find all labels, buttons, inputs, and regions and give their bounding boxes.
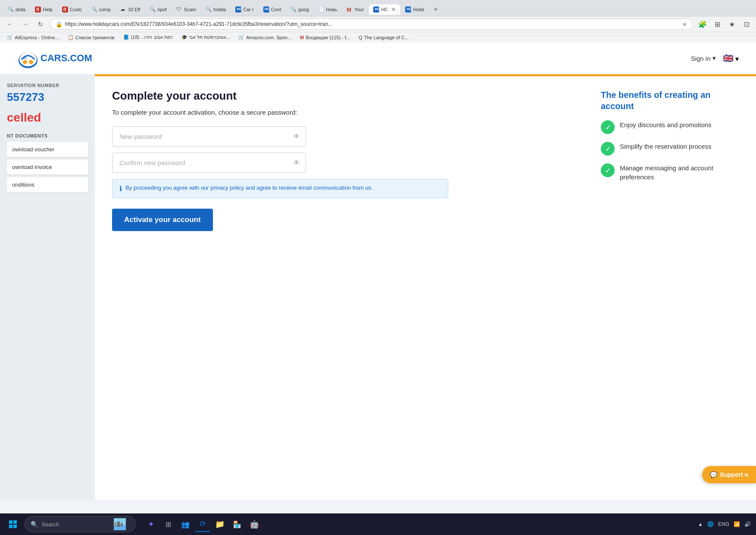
address-text: https://www.holidaycars.com/EN/1827738/9… — [65, 21, 679, 27]
tab-goog[interactable]: 🔍 goog — [286, 4, 313, 15]
browser-chrome: 🔍 dolla d Help d Custc 🔍 comp ☁ 10 Eff 🔍… — [0, 0, 756, 42]
benefit-text: Enjoy discounts and promotions — [620, 120, 712, 129]
activate-account-button[interactable]: Activate your account — [112, 209, 213, 231]
tab-favicon: HC — [235, 6, 241, 13]
benefit-check-icon: ✓ — [601, 120, 615, 134]
tab-favicon: HC — [263, 6, 269, 13]
main-content-area: Complete your account To complete your a… — [95, 74, 756, 500]
tab-label: HC — [381, 7, 388, 12]
show-password-icon[interactable]: 👁 — [293, 133, 300, 141]
favorites-icon[interactable]: ★ — [726, 18, 738, 30]
logo-icon: AY — [17, 47, 39, 69]
tab-favicon: 🔍 — [291, 6, 297, 13]
forward-button[interactable]: → — [19, 18, 31, 30]
tab-favicon: M — [347, 6, 353, 13]
tab-favicon: 🔍 — [8, 6, 14, 13]
bookmark-label: Amazon.com. Spen... — [246, 35, 291, 40]
tab-favicon: 🔍 — [91, 6, 97, 13]
bookmark-quora[interactable]: Q The Language of C... — [356, 34, 411, 41]
confirm-password-field-wrap: 👁 — [112, 153, 306, 173]
tab-label: Your — [354, 7, 364, 12]
tab-label: Scam — [184, 7, 196, 12]
bookmark-trainings[interactable]: 📋 Список тренингов — [65, 34, 117, 41]
tab-holid2[interactable]: HC Holid — [401, 4, 428, 15]
tab-favicon: 🔍 — [206, 6, 212, 13]
back-button[interactable]: ← — [3, 18, 16, 30]
page-title: Complete your account — [112, 89, 584, 103]
new-password-input[interactable] — [112, 126, 306, 147]
sign-in-button[interactable]: Sign in ▾ — [691, 54, 716, 62]
tab-bar: 🔍 dolla d Help d Custc 🔍 comp ☁ 10 Eff 🔍… — [0, 0, 756, 16]
tab-carr[interactable]: HC Car r — [231, 4, 258, 15]
bookmark-label: AliExpress - Online... — [15, 35, 59, 40]
info-icon: ℹ — [119, 185, 122, 193]
tab-holida[interactable]: 🔍 holida — [201, 4, 230, 15]
download-invoice-button[interactable]: ownload invoice — [7, 160, 88, 175]
support-button[interactable]: 💬 Support n — [702, 466, 756, 483]
tab-close-icon[interactable]: ✕ — [391, 6, 396, 13]
bookmark-uni-ta[interactable]: 🎓 אוניברסיטת תל אבי... — [179, 34, 232, 41]
bookmark-label: רמת אביב הירו... (18) — [131, 34, 173, 40]
tab-scam[interactable]: 🛡 Scam — [172, 4, 200, 15]
tab-label: ripof — [157, 7, 166, 12]
tab-label: holida — [213, 7, 226, 12]
benefits-title: The benefits of creating an account — [601, 89, 739, 112]
bookmark-label: The Language of C... — [364, 35, 409, 40]
tab-label: dolla — [16, 7, 25, 12]
tab-cont[interactable]: HC Cont — [259, 4, 285, 15]
reservation-number: 557273 — [7, 91, 88, 104]
bookmark-icon: Q — [359, 35, 362, 40]
address-input[interactable]: 🔒 https://www.holidaycars.com/EN/1827738… — [50, 19, 693, 30]
content-inner: Complete your account To complete your a… — [95, 76, 756, 244]
bookmark-gmail[interactable]: M Входящие (115) - f... — [297, 34, 353, 41]
download-voucher-button[interactable]: ownload voucher — [7, 142, 88, 157]
tab-10ef[interactable]: ☁ 10 Eff — [116, 4, 145, 15]
bookmark-ramat-aviv[interactable]: 📘 רמת אביב הירו... (18) — [121, 34, 175, 41]
extensions-icon[interactable]: 🧩 — [697, 18, 709, 30]
tab-comp[interactable]: 🔍 comp — [87, 4, 115, 15]
bookmark-icon: 🛒 — [238, 34, 244, 40]
tab-label: comp — [99, 7, 111, 12]
tab-custc[interactable]: d Custc — [58, 4, 86, 15]
bookmark-aliexpress[interactable]: 🛒 AliExpress - Online... — [4, 34, 62, 41]
support-label: Support n — [720, 471, 748, 478]
collection-icon[interactable]: ⊡ — [740, 18, 753, 30]
chevron-down-icon: ▾ — [735, 55, 739, 63]
tab-label: Holid — [413, 7, 424, 12]
tab-favicon: HC — [405, 6, 411, 13]
header-right: Sign in ▾ 🇬🇧 ▾ — [691, 53, 739, 63]
show-confirm-password-icon[interactable]: 👁 — [293, 159, 300, 167]
new-tab-button[interactable]: ＋ — [429, 3, 443, 16]
chat-icon: 💬 — [710, 471, 717, 478]
tab-hc-active[interactable]: HC HC ✕ — [369, 4, 400, 15]
tab-ripof[interactable]: 🔍 ripof — [145, 4, 171, 15]
flag-icon: 🇬🇧 — [723, 53, 734, 63]
sign-in-label: Sign in — [691, 55, 711, 62]
bookmark-amazon[interactable]: 🛒 Amazon.com. Spen... — [236, 34, 294, 41]
conditions-button[interactable]: onditions — [7, 177, 88, 192]
address-bar: ← → ↻ 🔒 https://www.holidaycars.com/EN/1… — [0, 16, 756, 32]
chevron-down-icon: ▾ — [712, 54, 716, 62]
benefit-item-discounts: ✓ Enjoy discounts and promotions — [601, 120, 739, 134]
language-selector[interactable]: 🇬🇧 ▾ — [723, 53, 739, 63]
reload-button[interactable]: ↻ — [34, 18, 47, 30]
tab-help[interactable]: d Help — [31, 4, 57, 15]
tab-dolla[interactable]: 🔍 dolla — [3, 4, 30, 15]
confirm-password-input[interactable] — [112, 153, 306, 173]
tab-favicon: 🛡 — [176, 6, 182, 13]
tab-label: Custc — [70, 7, 82, 12]
svg-point-3 — [29, 60, 33, 64]
benefit-item-reservation: ✓ Simplify the reservation process — [601, 142, 739, 156]
logo-area: AY CARS.COM — [17, 47, 92, 69]
benefit-text: Manage messaging and account preferences — [620, 163, 739, 181]
tab-label: Help — [43, 7, 53, 12]
tab-label: Cont — [271, 7, 281, 12]
reservation-number-label: SERVATION NUMBER — [7, 83, 88, 88]
page-subtitle: To complete your account activation, cho… — [112, 109, 584, 116]
logo-text: CARS.COM — [41, 53, 92, 64]
bookmark-icon: 📋 — [68, 34, 74, 40]
tab-novb[interactable]: 📄 Новь — [314, 4, 342, 15]
tab-label: 10 Eff — [128, 7, 141, 12]
split-view-icon[interactable]: ⊞ — [711, 18, 723, 30]
tab-your[interactable]: M Your — [342, 4, 368, 15]
